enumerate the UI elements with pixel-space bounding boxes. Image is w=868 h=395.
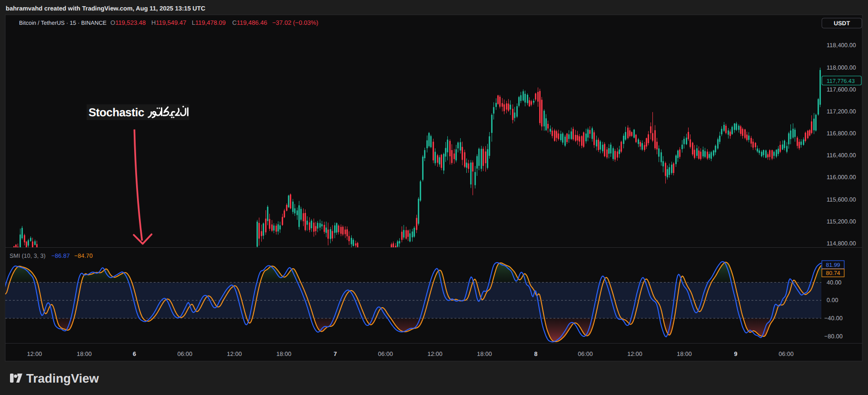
- svg-text:−40.00: −40.00: [824, 315, 843, 322]
- svg-text:115,600.00: 115,600.00: [827, 196, 856, 203]
- svg-text:06:00: 06:00: [578, 351, 592, 357]
- svg-text:12:00: 12:00: [27, 351, 42, 357]
- svg-text:TradingView: TradingView: [26, 371, 99, 385]
- svg-text:117,776.43: 117,776.43: [827, 78, 855, 84]
- svg-text:12:00: 12:00: [427, 351, 442, 357]
- svg-text:8: 8: [534, 351, 538, 357]
- svg-text:18:00: 18:00: [276, 351, 291, 357]
- svg-text:06:00: 06:00: [779, 351, 793, 357]
- svg-text:−86.87: −86.87: [51, 253, 70, 259]
- svg-text:12:00: 12:00: [627, 351, 642, 357]
- svg-text:Bitcoin / TetherUS · 15 · BINA: Bitcoin / TetherUS · 15 · BINANCE: [19, 20, 107, 26]
- svg-text:12:00: 12:00: [227, 351, 242, 357]
- svg-text:18:00: 18:00: [477, 351, 492, 357]
- svg-text:−84.70: −84.70: [74, 253, 93, 259]
- svg-text:116,400.00: 116,400.00: [827, 152, 856, 159]
- svg-text:Stochastic: Stochastic: [89, 106, 144, 119]
- svg-text:9: 9: [734, 351, 738, 357]
- svg-text:6: 6: [133, 351, 136, 357]
- svg-text:81.99: 81.99: [826, 262, 840, 268]
- svg-text:O119,523.48H119,549.47L119,478: O119,523.48H119,549.47L119,478.09C119,48…: [110, 19, 318, 26]
- svg-text:06:00: 06:00: [178, 351, 192, 357]
- svg-text:40.00: 40.00: [827, 279, 841, 286]
- svg-text:−80.00: −80.00: [824, 333, 843, 340]
- svg-text:118,400.00: 118,400.00: [827, 42, 856, 49]
- svg-text:116,000.00: 116,000.00: [827, 174, 856, 181]
- svg-text:0.00: 0.00: [827, 297, 838, 304]
- svg-text:bahramvahd created with Tradin: bahramvahd created with TradingView.com,…: [6, 5, 206, 12]
- svg-text:USDT: USDT: [834, 20, 850, 27]
- svg-text:18:00: 18:00: [77, 351, 91, 357]
- svg-text:118,000.00: 118,000.00: [827, 64, 856, 71]
- svg-text:117,600.00: 117,600.00: [827, 86, 856, 93]
- svg-text:114,800.00: 114,800.00: [827, 240, 856, 247]
- svg-text:80.74: 80.74: [826, 270, 840, 276]
- svg-text:117,200.00: 117,200.00: [827, 108, 856, 115]
- svg-text:115,200.00: 115,200.00: [827, 218, 856, 225]
- svg-text:06:00: 06:00: [378, 351, 393, 357]
- svg-text:18:00: 18:00: [677, 351, 691, 357]
- svg-text:116,800.00: 116,800.00: [827, 130, 856, 137]
- svg-text:SMI (10, 3, 3): SMI (10, 3, 3): [10, 253, 46, 259]
- svg-text:7: 7: [334, 351, 337, 357]
